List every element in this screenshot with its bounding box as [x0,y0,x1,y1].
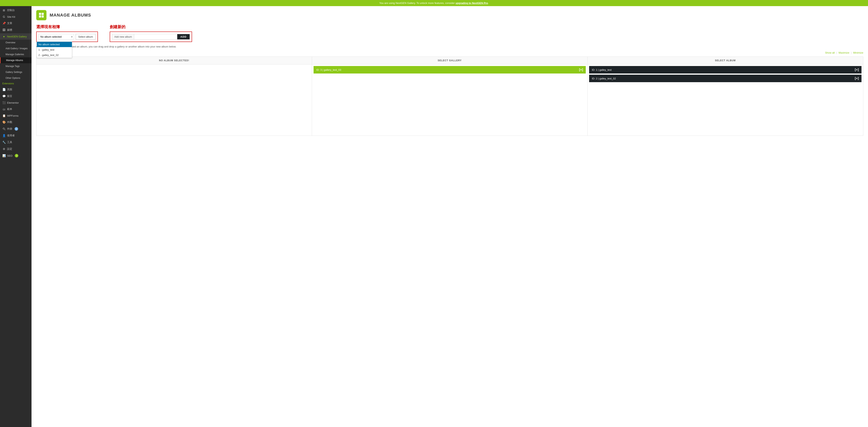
albums-icon [38,12,44,18]
dropdown-menu: No album selected 1 - galley_test 2 - ga… [37,41,72,58]
sidebar-label-nextgen: NextGEN Gallery [7,35,27,38]
appearance-icon: 🎨 [2,121,5,124]
dropdown-option-1[interactable]: 1 - galley_test [37,47,72,53]
show-all-row: Show all | Maximize | Minimize [36,51,863,54]
sidebar-item-wpforms[interactable]: 📋 WPForms [0,113,32,119]
extensions-label: Extensions [0,81,32,86]
sidebar-label-sitekit: Site Kit [7,16,15,18]
info-text: Once you have selected or created an alb… [36,45,863,48]
sidebar-label-comments: 留言 [7,94,12,98]
sidebar-item-plugins[interactable]: 🔌 外掛 6 [0,125,32,132]
select-album-button[interactable]: Select album [75,34,95,40]
seo-badge: 3 [15,154,18,157]
sidebar-item-add-gallery[interactable]: Add Gallery / Images [0,45,32,52]
panel-select-album-body: ID: 1 | galley_test [+] ID: 2 | galley_t… [588,64,863,85]
elementor-icon: ⬛ [2,101,5,104]
panel-no-album-body [36,64,312,68]
show-all-link[interactable]: Show all [825,51,835,54]
panel-select-album: SELECT ALBUM ID: 1 | galley_test [+] ID:… [588,57,863,135]
sidebar-item-dashboard[interactable]: ⊞ 控制台 [0,7,32,13]
sidebar-label-posts: 文章 [7,22,12,25]
sidebar-item-nextgen[interactable]: ● NextGEN Gallery [0,33,32,40]
panel-select-gallery: SELECT GALLERY ID: 3 | gallery_test_03 [… [312,57,588,135]
sidebar-item-manage-albums[interactable]: Manage Albums [0,57,32,63]
sidebar-item-other-options[interactable]: Other Options [0,75,32,81]
dropdown-option-no-album[interactable]: No album selected [37,42,72,47]
sidebar-label-gallery-settings: Gallery Settings [5,71,22,73]
notification-text: You are using NextGEN Gallery. To unlock… [379,2,456,4]
sidebar-label-appearance: 外觀 [7,120,12,124]
dashboard-icon: ⊞ [2,9,5,12]
seo-icon: 📊 [2,154,5,157]
sidebar-label-seo: SEO [7,154,12,157]
add-album-row: Add new album ADD [112,34,190,40]
sidebar-item-appearance[interactable]: 🎨 外觀 [0,119,32,125]
maximize-link[interactable]: Maximize [838,51,849,54]
panel-no-album-header: NO ALBUM SELECTED! [36,57,312,64]
comments-icon: 💬 [2,95,5,98]
sidebar-item-users[interactable]: 👤 使用者 [0,132,32,139]
plugins-icon: 🔌 [2,127,5,130]
panel-select-album-header: SELECT ALBUM [588,57,863,64]
create-new-column: 創建新的 Add new album ADD [110,24,192,42]
sidebar-item-sitekit[interactable]: G Site Kit [0,13,32,20]
wpforms-icon: 📋 [2,114,5,117]
form-columns: 選擇現有相簿 No album selected 1 - galley_test… [36,24,863,42]
sidebar-label-manage-albums: Manage Albums [6,59,23,62]
sidebar-item-gallery-settings[interactable]: Gallery Settings [0,69,32,75]
sidebar-item-manage-galleries[interactable]: Manage Galleries [0,52,32,57]
svg-rect-1 [41,13,44,15]
tools-icon: 🔧 [2,141,5,144]
select-existing-column: 選擇現有相簿 No album selected 1 - galley_test… [36,24,98,42]
page-icon [36,10,46,20]
gallery-item-label: ID: 3 | gallery_test_03 [316,68,341,71]
sidebar-label-plugins: 外掛 [7,127,12,131]
upgrade-link[interactable]: upgrading to NextGEN Pro [456,2,488,4]
sidebar-item-templates[interactable]: 🗂 範本 [0,106,32,113]
album-select[interactable]: No album selected 1 - galley_test 2 - ga… [39,34,74,40]
sidebar-label-media: 媒體 [7,28,12,32]
page-title: MANAGE ALBUMS [50,12,91,18]
album-item-1-label: ID: 1 | galley_test [592,68,612,71]
add-album-input[interactable] [134,34,177,40]
sidebar-item-posts[interactable]: 📌 文章 [0,20,32,27]
minimize-link[interactable]: Minimize [853,51,863,54]
media-icon: 🖼 [2,28,5,32]
gallery-item[interactable]: ID: 3 | gallery_test_03 [+] [314,66,586,73]
sidebar-item-tools[interactable]: 🔧 工具 [0,139,32,146]
notification-bar: You are using NextGEN Gallery. To unlock… [0,0,868,6]
sidebar-label-wpforms: WPForms [7,114,19,117]
panel-select-gallery-header: SELECT GALLERY [312,57,587,64]
select-section-label: 選擇現有相簿 [36,24,98,30]
svg-rect-2 [39,16,41,18]
album-item-2-label: ID: 2 | galley_test_02 [592,77,616,80]
gallery-plus-button[interactable]: [+] [579,68,583,71]
add-button[interactable]: ADD [177,34,190,39]
album-2-plus-button[interactable]: [+] [855,77,859,80]
sidebar-label-add-gallery: Add Gallery / Images [5,47,28,50]
sidebar-item-settings[interactable]: ⚙ 設定 [0,146,32,152]
svg-rect-0 [39,13,41,15]
pages-icon: 📄 [2,88,5,91]
separator-2: | [851,51,851,54]
notification-suffix: . [488,2,489,4]
sidebar-item-media[interactable]: 🖼 媒體 [0,27,32,33]
sidebar-item-seo[interactable]: 📊 SEO 3 [0,152,32,159]
sidebar-label-tools: 工具 [7,141,12,144]
dropdown-option-2[interactable]: 2 - galley_test_02 [37,53,72,58]
sidebar-item-manage-tags[interactable]: Manage Tags [0,63,32,69]
page-header: MANAGE ALBUMS [36,10,863,20]
nextgen-icon: ● [2,35,5,38]
panel-no-album: NO ALBUM SELECTED! [36,57,312,135]
templates-icon: 🗂 [2,108,5,111]
add-album-label: Add new album [112,34,134,40]
album-item-1[interactable]: ID: 1 | galley_test [+] [589,66,862,73]
sidebar-item-elementor[interactable]: ⬛ Elementor [0,99,32,106]
sidebar-item-pages[interactable]: 📄 頁面 [0,86,32,93]
sidebar-item-overview[interactable]: Overview [0,40,32,45]
sidebar-label-elementor: Elementor [7,101,19,104]
sidebar-item-comments[interactable]: 💬 留言 [0,93,32,99]
sidebar-label-templates: 範本 [7,108,12,111]
album-item-2[interactable]: ID: 2 | galley_test_02 [+] [589,75,862,82]
album-1-plus-button[interactable]: [+] [855,68,859,71]
